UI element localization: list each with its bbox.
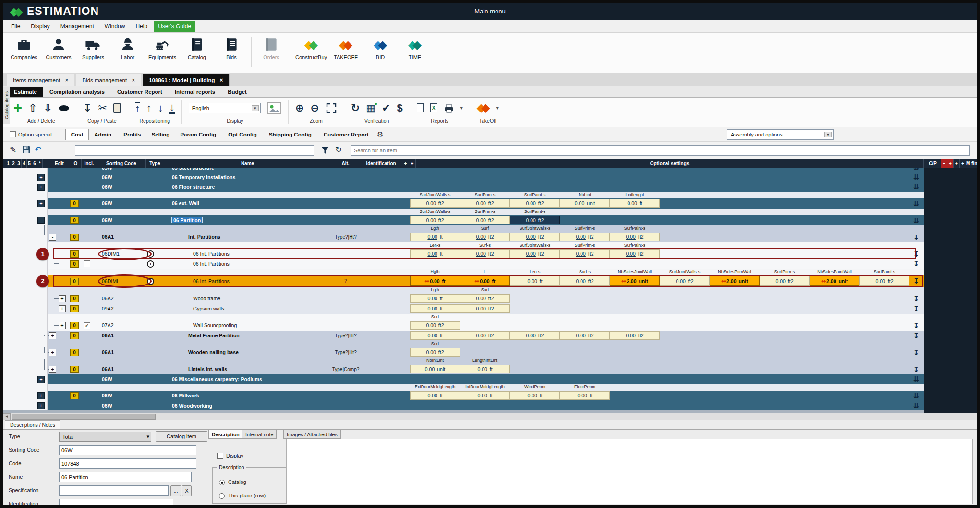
table-row[interactable]: +009A2Gypsum walls0.00 ft0.00 ft2↧ <box>3 304 977 314</box>
value-cell[interactable]: 0.00 ft2 <box>510 233 560 241</box>
table-row[interactable]: -006W06 PartitionSurfJointWalls-s0.00 ft… <box>3 209 977 225</box>
value-cell[interactable]: 0.00 ft <box>410 233 460 241</box>
cell-value[interactable]: 0.00 <box>526 333 535 338</box>
column-header[interactable]: O <box>70 159 82 168</box>
value-cell[interactable]: 0.00 ft2 <box>460 199 510 208</box>
assembly-options-select[interactable]: Assembly and options▾ <box>727 129 834 140</box>
column-header[interactable]: 1 <box>6 159 11 168</box>
value-cell[interactable]: 0.00 ft <box>460 365 510 373</box>
value-cell[interactable]: 0.00 ft2 <box>610 331 660 340</box>
cut-icon[interactable]: ✂ <box>98 103 107 113</box>
view-profits[interactable]: Profits <box>118 129 146 140</box>
cell-value[interactable]: 0.00 <box>427 393 437 398</box>
catalog-button[interactable]: Catalog <box>180 37 214 60</box>
edit-pencil-icon[interactable]: ✎ <box>10 145 16 155</box>
companies-button[interactable]: Companies <box>7 37 41 60</box>
insert-row-icon[interactable]: ↧ <box>911 305 921 313</box>
suppliers-button[interactable]: Suppliers <box>76 37 110 60</box>
chevron-down-icon[interactable]: ▾ <box>496 105 499 111</box>
menu-users-guide[interactable]: User's Guide <box>154 21 195 32</box>
insert-row-icon[interactable]: ⇊ <box>911 375 921 384</box>
column-header[interactable]: 6 <box>32 159 37 168</box>
scrollbar-thumb[interactable] <box>12 414 156 420</box>
description-content-area[interactable] <box>286 439 973 504</box>
close-icon[interactable]: × <box>220 77 223 84</box>
cell-value[interactable]: 0.00 <box>576 333 585 338</box>
cell-value[interactable]: 0.00 <box>526 234 535 240</box>
browse-button[interactable]: ... <box>170 485 181 496</box>
column-header[interactable]: + <box>941 159 947 168</box>
column-header[interactable]: Sorting Code <box>97 159 146 168</box>
insert-row-icon[interactable]: ⇊ <box>911 401 921 410</box>
zoom-out-icon[interactable]: ⊖ <box>310 103 319 113</box>
value-cell[interactable]: 0.00 ft2 <box>410 216 460 224</box>
expand-box[interactable]: + <box>49 349 56 356</box>
option-special-checkbox[interactable] <box>10 131 16 137</box>
insert-row-icon[interactable]: ⇊ <box>911 183 921 191</box>
tab-estimate[interactable]: Estimate <box>8 87 43 97</box>
import-icon[interactable]: ↧ <box>83 103 92 113</box>
cell-value[interactable]: 0.00 <box>426 322 436 328</box>
add-item-icon[interactable]: + <box>13 100 22 115</box>
cell-value[interactable]: 0.00 <box>476 306 485 311</box>
zoom-in-icon[interactable]: ⊕ <box>295 103 304 113</box>
refresh-icon[interactable]: ↻ <box>335 145 342 155</box>
value-cell[interactable]: 0.00 ft2 <box>560 331 610 340</box>
value-cell[interactable]: 0.00 ft <box>410 331 460 340</box>
cell-value[interactable]: 0.00 <box>577 393 587 398</box>
cell-value[interactable]: 0.00 <box>476 200 485 206</box>
column-header[interactable]: * <box>37 159 43 168</box>
bid-button[interactable]: ◆◆ BID <box>363 37 398 60</box>
report-excel-icon[interactable]: X <box>430 103 437 112</box>
table-row[interactable]: 05W05 Steel structure⇊ <box>3 168 977 173</box>
orders-button[interactable]: Orders <box>254 37 289 60</box>
catalog-item-button[interactable]: Catalog item <box>156 431 207 442</box>
view-shipping-config[interactable]: Shipping.Config. <box>264 129 318 140</box>
cell-value[interactable]: 0.00 <box>627 200 637 206</box>
type-combo[interactable]: Total▾ <box>59 432 151 442</box>
takeoff-diamond-icon[interactable]: ◆◆ <box>477 102 490 114</box>
column-header[interactable]: Optional settings <box>416 159 924 168</box>
value-cell[interactable]: 0.00 ft2 <box>510 331 560 340</box>
view-opt-config[interactable]: Opt.Config. <box>223 129 264 140</box>
cell-value[interactable]: 0.00 <box>477 393 487 398</box>
expand-box[interactable]: - <box>37 217 45 224</box>
report-page-icon[interactable] <box>417 103 424 112</box>
column-header[interactable]: + <box>409 159 416 168</box>
insert-row-icon[interactable]: ↧ <box>911 348 921 357</box>
value-cell[interactable]: 0.00 ft2 <box>560 233 610 241</box>
insert-row-icon[interactable]: ↧ <box>911 332 921 340</box>
undo-icon[interactable]: ↶ <box>35 145 41 155</box>
column-header[interactable]: + <box>947 159 954 168</box>
cell-value[interactable]: 0.00 <box>425 366 435 372</box>
column-header[interactable]: 3 <box>16 159 22 168</box>
tab-model-building[interactable]: 108861 : Model | Building× <box>143 74 229 86</box>
column-header[interactable]: Edit <box>49 159 70 168</box>
tab-images-attached-files[interactable]: Images / Attached files <box>283 430 341 439</box>
insert-row-icon[interactable]: ↧ <box>911 260 921 268</box>
column-header[interactable]: Incl. <box>82 159 97 168</box>
column-header[interactable]: Name <box>164 159 331 168</box>
equipments-button[interactable]: Equipments <box>145 37 180 60</box>
identification-field[interactable] <box>59 499 173 508</box>
value-cell[interactable]: 0.00 ft2 <box>510 216 560 224</box>
insert-row-icon[interactable]: ⇊ <box>911 173 921 182</box>
gear-icon[interactable]: ⚙ <box>377 130 383 139</box>
table-row[interactable]: +006W06 ext. WallSurfJointWalls-s0.00 ft… <box>3 192 977 209</box>
verification-check-icon[interactable]: ✔ <box>382 103 390 113</box>
view-cost[interactable]: Cost <box>65 129 89 140</box>
expand-box[interactable]: + <box>37 184 45 191</box>
table-row[interactable]: +06W06 Temporary installations⇊ <box>3 173 977 182</box>
language-select[interactable]: English▾ <box>189 103 261 113</box>
expand-box[interactable]: + <box>37 174 45 181</box>
cell-value[interactable]: 0.00 <box>426 217 436 223</box>
column-header[interactable]: Identification <box>360 159 402 168</box>
cell-value[interactable]: 0.00 <box>427 234 437 240</box>
cell-value[interactable]: 0.00 <box>626 333 635 338</box>
bids-button[interactable]: Bids <box>214 37 249 60</box>
tab-internal-reports[interactable]: Internal reports <box>169 87 221 97</box>
expand-box[interactable]: + <box>59 305 66 312</box>
takeoff-button[interactable]: ◆◆ TAKEOFF <box>328 37 363 60</box>
cell-value[interactable]: 0.00 <box>526 217 535 223</box>
menu-window[interactable]: Window <box>99 21 131 32</box>
